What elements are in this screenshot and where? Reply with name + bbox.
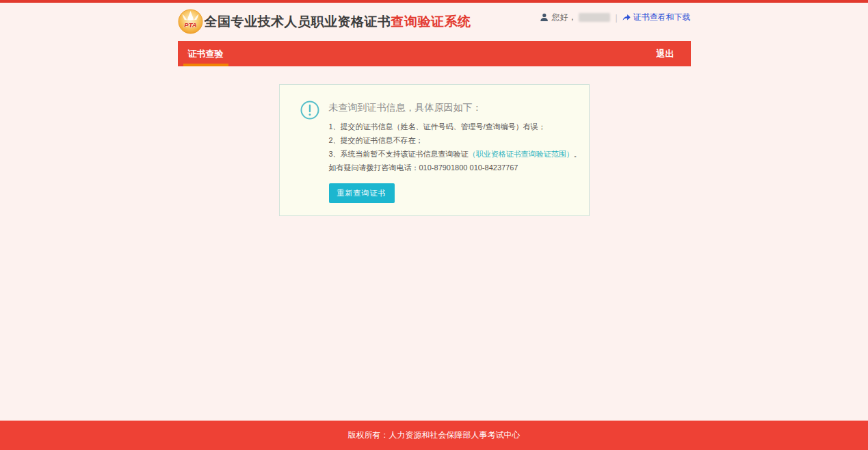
logout-button[interactable]: 退出 [657, 48, 691, 60]
user-icon [540, 13, 549, 22]
header: PTA 全国专业技术人员职业资格证书查询验证系统 您好， | 证书查看和下载 [178, 3, 691, 41]
tab-certificate-check-label: 证书查验 [188, 48, 224, 60]
copyright-text: 版权所有：人力资源和社会保障部人事考试中心 [348, 429, 521, 441]
share-arrow-icon [622, 14, 631, 22]
separator: | [615, 13, 617, 23]
redacted-username [579, 13, 610, 22]
main-content: 未查询到证书信息，具体原因如下： 1、提交的证书信息（姓名、证件号码、管理号/查… [0, 84, 868, 438]
alert-reason-1: 1、提交的证书信息（姓名、证件号码、管理号/查询编号）有误； [329, 120, 581, 133]
alert-title: 未查询到证书信息，具体原因如下： [329, 100, 581, 115]
pta-logo-text: PTA [184, 21, 196, 29]
view-download-link[interactable]: 证书查看和下载 [622, 12, 691, 23]
tab-certificate-check[interactable]: 证书查验 [183, 41, 228, 66]
alert-reason-3: 3、系统当前暂不支持该证书信息查询验证（职业资格证书查询验证范围）。 [329, 147, 581, 161]
alert-reason-3-suffix: 。 [574, 150, 581, 158]
alert-box: 未查询到证书信息，具体原因如下： 1、提交的证书信息（姓名、证件号码、管理号/查… [279, 84, 590, 216]
footer: 版权所有：人力资源和社会保障部人事考试中心 [0, 421, 868, 450]
phone-line: 如有疑问请拨打咨询电话：010-87901800 010-84237767 [329, 161, 581, 174]
site-title-accent: 查询验证系统 [391, 14, 471, 29]
alert-reason-3-text: 3、系统当前暂不支持该证书信息查询验证 [329, 150, 469, 158]
logout-label: 退出 [657, 49, 674, 59]
pta-logo-icon: PTA [178, 9, 203, 34]
alert-content: 未查询到证书信息，具体原因如下： 1、提交的证书信息（姓名、证件号码、管理号/查… [329, 100, 581, 207]
site-title-main: 全国专业技术人员职业资格证书 [205, 14, 391, 29]
main-navbar: 证书查验 退出 [178, 41, 691, 66]
exclamation-circle-icon [300, 101, 319, 207]
requery-certificate-button[interactable]: 重新查询证书 [329, 183, 395, 203]
view-download-label: 证书查看和下载 [633, 12, 691, 23]
active-tab-underline [183, 64, 228, 66]
greeting-text: 您好， [551, 12, 576, 23]
scope-link[interactable]: （职业资格证书查询验证范围） [469, 150, 574, 158]
site-title: 全国专业技术人员职业资格证书查询验证系统 [205, 13, 471, 31]
alert-reason-2: 2、提交的证书信息不存在； [329, 133, 581, 147]
user-links: 您好， | 证书查看和下载 [540, 12, 690, 23]
